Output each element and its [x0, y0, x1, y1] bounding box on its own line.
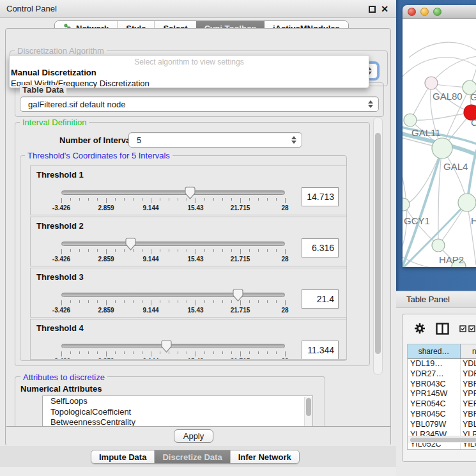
cell-name[interactable]: YDR2 [461, 369, 476, 380]
dropdown-option-manual[interactable]: Manual Discretization [10, 66, 369, 77]
slider-track[interactable] [61, 293, 285, 297]
cell-name[interactable]: YBR0 [461, 380, 476, 390]
node-label: H [471, 215, 476, 226]
cell-name[interactable]: YPR1 [461, 389, 476, 399]
threshold-value-box[interactable]: 6.316 [302, 238, 339, 257]
tick-label: 28 [281, 358, 288, 360]
close-icon[interactable]: ✕ [381, 4, 388, 13]
column-header-shared-name[interactable]: shared… [408, 344, 461, 358]
table-row[interactable]: YDL19…YDL1 [408, 359, 476, 369]
network-edge[interactable] [410, 112, 472, 120]
settings-vertical-scrollbar[interactable] [373, 117, 383, 375]
slider-track[interactable] [61, 242, 285, 246]
cell-shared-name[interactable]: YER054C [408, 399, 461, 410]
tick-mark [115, 300, 116, 303]
tick-mark [124, 351, 125, 354]
tick-mark [151, 249, 151, 254]
threshold-row: Threshold 3 -3.4262.8599.14415.4321.7152… [30, 268, 347, 318]
settings-scrollbar-thumb[interactable] [375, 133, 381, 354]
float-window-icon[interactable] [369, 6, 376, 13]
tab-discretize-data-label: Discretize Data [162, 452, 222, 462]
table-horizontal-scrollbar[interactable] [408, 436, 476, 443]
table-row[interactable]: YDR27…YDR2 [408, 369, 476, 380]
gear-icon[interactable] [414, 323, 426, 334]
attribute-list-item[interactable]: TopologicalCoefficient [43, 407, 312, 418]
network-edge[interactable] [431, 56, 476, 83]
tick-mark [151, 300, 151, 305]
minimize-traffic-light-icon[interactable] [420, 8, 429, 16]
node-gal11[interactable] [404, 114, 417, 127]
tab-discretize-data[interactable]: Discretize Data [154, 450, 229, 463]
attribute-list-item[interactable]: BetweennessCentrality [43, 417, 312, 427]
algorithm-dropdown-popup: Select algorithm to view settings Manual… [9, 55, 369, 88]
tick-mark [142, 198, 142, 201]
attribute-list-item[interactable]: SelfLoops [43, 396, 312, 407]
node-label: GA [470, 91, 476, 102]
table-scrollbar-thumb[interactable] [410, 438, 476, 442]
table-row[interactable]: YBR045CYBR0 [408, 410, 476, 420]
tick-label: -3.426 [52, 204, 70, 211]
cell-shared-name[interactable]: YPR145W [408, 389, 461, 399]
checkbox-checked-icon[interactable] [468, 325, 475, 332]
cell-shared-name[interactable]: YBR045C [408, 410, 461, 420]
cell-shared-name[interactable]: YDL19… [408, 359, 461, 369]
table-toolbar [403, 314, 476, 342]
table-data-combobox[interactable]: galFiltered.sif default node [20, 96, 379, 112]
cell-shared-name[interactable]: YBL079W [408, 420, 461, 430]
threshold-value-box[interactable]: 11.344 [302, 341, 339, 360]
table-row[interactable]: YBR043CYBR0 [408, 380, 476, 390]
cell-name[interactable]: YBL0 [461, 420, 476, 430]
network-edge[interactable] [403, 58, 476, 80]
tab-infer-network[interactable]: Infer Network [230, 450, 299, 463]
slider-thumb[interactable] [161, 340, 172, 353]
node-gcy1[interactable] [403, 198, 410, 211]
num-intervals-value: 5 [137, 135, 141, 145]
tick-mark [267, 249, 268, 252]
cell-shared-name[interactable]: YDR27… [408, 369, 461, 380]
attr-items: SelfLoopsTopologicalCoefficientBetweenne… [43, 396, 312, 427]
node-gal4[interactable] [432, 138, 452, 158]
tab-impute-data[interactable]: Impute Data [91, 450, 154, 463]
network-canvas[interactable]: GAL80GACGAL11GAL4GCY1HHAP2 [403, 19, 476, 267]
cell-name[interactable]: YDL1 [461, 359, 476, 369]
cell-shared-name[interactable]: YBR043C [408, 380, 461, 390]
slider-track[interactable] [61, 190, 285, 195]
threshold-value-box[interactable]: 21.4 [302, 289, 339, 309]
table-row[interactable]: YBL079WYBL0 [408, 420, 476, 430]
tick-mark [70, 249, 71, 252]
table-panel-area: shared… n YDL19…YDL1YDR27…YDR2YBR043CYBR… [396, 308, 476, 476]
threshold-value-box[interactable]: 14.713 [302, 187, 339, 206]
attributes-scrollbar-thumb[interactable] [306, 398, 311, 416]
network-edge[interactable] [409, 42, 476, 58]
node-right-big[interactable] [458, 194, 476, 211]
node-label: GAL80 [433, 91, 463, 102]
node-pink[interactable] [425, 77, 438, 89]
tick-label: 9.144 [142, 358, 158, 360]
column-header-name[interactable]: n [461, 344, 476, 358]
zoom-traffic-light-icon[interactable] [433, 8, 441, 16]
table-header-row: shared… n [408, 344, 476, 359]
tick-mark [115, 249, 116, 252]
close-traffic-light-icon[interactable] [408, 8, 416, 16]
apply-button[interactable]: Apply [174, 429, 213, 443]
cell-name[interactable]: YBR0 [461, 410, 476, 420]
control-panel-title: Control Panel [6, 4, 57, 13]
attributes-scrollbar[interactable] [304, 397, 312, 427]
tick-mark [115, 198, 116, 201]
attributes-group-title: Attributes to discretize [20, 372, 107, 382]
network-edge[interactable] [467, 203, 476, 265]
checkbox-checked-icon[interactable] [459, 325, 466, 332]
slider-thumb[interactable] [125, 238, 136, 250]
table-row[interactable]: YER054CYER0 [408, 399, 476, 410]
tick-mark [124, 249, 125, 252]
split-columns-icon[interactable] [436, 323, 449, 335]
num-intervals-combobox[interactable]: 5 [128, 132, 302, 148]
slider-thumb[interactable] [185, 187, 196, 199]
slider-thumb[interactable] [233, 289, 243, 302]
node-hap2[interactable] [432, 239, 445, 252]
numerical-attributes-list[interactable]: SelfLoopsTopologicalCoefficientBetweenne… [42, 395, 313, 427]
slider-track[interactable] [61, 344, 285, 348]
table-row[interactable]: YPR145WYPR1 [408, 389, 476, 399]
cell-name[interactable]: YER0 [461, 399, 476, 410]
table-data-group-title: Table Data [20, 85, 66, 95]
